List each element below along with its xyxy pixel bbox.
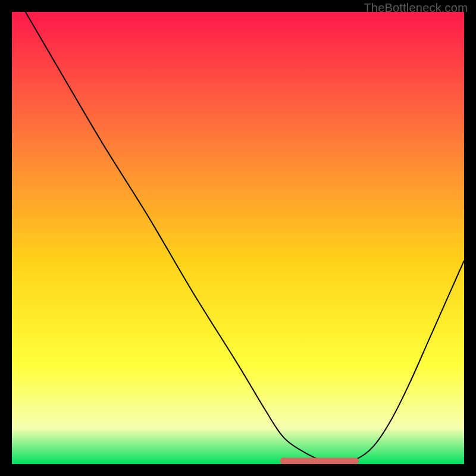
plot-area xyxy=(12,12,464,464)
chart-svg xyxy=(12,12,464,464)
watermark-text: TheBottleneck.com xyxy=(364,1,468,15)
gradient-background xyxy=(12,12,464,464)
chart-frame: TheBottleneck.com xyxy=(0,0,476,476)
